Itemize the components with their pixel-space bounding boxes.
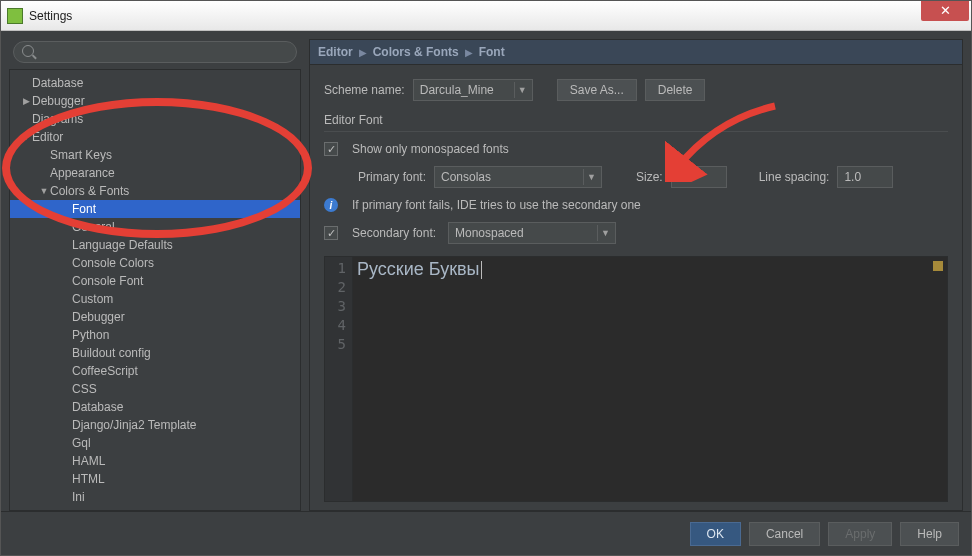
tree-item-label: Debugger bbox=[72, 308, 125, 326]
settings-tree[interactable]: Database▶DebuggerDiagrams▼EditorSmart Ke… bbox=[9, 69, 301, 511]
apply-button: Apply bbox=[828, 522, 892, 546]
font-preview[interactable]: 12345 Русские Буквы bbox=[324, 256, 948, 502]
line-spacing-input[interactable] bbox=[837, 166, 893, 188]
tree-item-label: CSS bbox=[72, 380, 97, 398]
tree-item-label: Custom bbox=[72, 290, 113, 308]
tree-item-label: Ini bbox=[72, 488, 85, 506]
tree-item-label: Colors & Fonts bbox=[50, 182, 129, 200]
tree-item-label: Editor bbox=[32, 128, 63, 146]
tree-item[interactable]: Debugger bbox=[10, 308, 300, 326]
tree-item[interactable]: ▶Debugger bbox=[10, 92, 300, 110]
cancel-button[interactable]: Cancel bbox=[749, 522, 820, 546]
chevron-right-icon: ▶ bbox=[359, 47, 367, 58]
close-button[interactable]: ✕ bbox=[921, 1, 969, 21]
tree-item-label: Python bbox=[72, 326, 109, 344]
tree-item[interactable]: Appearance bbox=[10, 164, 300, 182]
app-icon bbox=[7, 8, 23, 24]
breadcrumb: Editor ▶ Colors & Fonts ▶ Font bbox=[309, 39, 963, 65]
tree-item[interactable]: Django/Jinja2 Template bbox=[10, 416, 300, 434]
ok-button[interactable]: OK bbox=[690, 522, 741, 546]
delete-button[interactable]: Delete bbox=[645, 79, 706, 101]
expand-icon[interactable]: ▼ bbox=[20, 128, 32, 146]
tree-item[interactable]: ▼Editor bbox=[10, 128, 300, 146]
tree-item-label: Debugger bbox=[32, 92, 85, 110]
secondary-font-select[interactable]: Monospaced ▼ bbox=[448, 222, 616, 244]
crumb-font[interactable]: Font bbox=[479, 45, 505, 59]
tree-item[interactable]: Ini bbox=[10, 488, 300, 506]
chevron-down-icon: ▼ bbox=[514, 82, 530, 98]
scheme-name-label: Scheme name: bbox=[324, 83, 405, 97]
secondary-font-label: Secondary font: bbox=[352, 226, 440, 240]
help-button[interactable]: Help bbox=[900, 522, 959, 546]
expand-icon[interactable]: ▶ bbox=[20, 92, 32, 110]
tree-item[interactable]: Custom bbox=[10, 290, 300, 308]
button-bar: OK Cancel Apply Help bbox=[1, 511, 971, 555]
tree-item[interactable]: CSS bbox=[10, 380, 300, 398]
tree-item[interactable]: CoffeeScript bbox=[10, 362, 300, 380]
tree-item[interactable]: Python bbox=[10, 326, 300, 344]
tree-item[interactable]: Buildout config bbox=[10, 344, 300, 362]
primary-font-select[interactable]: Consolas ▼ bbox=[434, 166, 602, 188]
tree-item[interactable]: Smart Keys bbox=[10, 146, 300, 164]
search-icon bbox=[22, 45, 34, 57]
save-as-button[interactable]: Save As... bbox=[557, 79, 637, 101]
tree-item-label: Django/Jinja2 Template bbox=[72, 416, 197, 434]
editor-font-group: Editor Font bbox=[324, 113, 948, 132]
mono-checkbox[interactable]: ✓ bbox=[324, 142, 338, 156]
tree-item-label: Smart Keys bbox=[50, 146, 112, 164]
window-title: Settings bbox=[29, 9, 72, 23]
info-text: If primary font fails, IDE tries to use … bbox=[352, 198, 641, 212]
tree-item-label: Console Font bbox=[72, 272, 143, 290]
tree-item-label: Diagrams bbox=[32, 110, 83, 128]
tree-item-label: Database bbox=[32, 74, 83, 92]
secondary-checkbox[interactable]: ✓ bbox=[324, 226, 338, 240]
tree-item[interactable]: Gql bbox=[10, 434, 300, 452]
chevron-down-icon: ▼ bbox=[583, 169, 599, 185]
line-spacing-label: Line spacing: bbox=[759, 170, 830, 184]
expand-icon[interactable]: ▼ bbox=[38, 182, 50, 200]
tree-item-label: Gql bbox=[72, 434, 91, 452]
tree-item-label: Buildout config bbox=[72, 344, 151, 362]
chevron-down-icon: ▼ bbox=[597, 225, 613, 241]
tree-item[interactable]: ▼Colors & Fonts bbox=[10, 182, 300, 200]
tree-item-label: CoffeeScript bbox=[72, 362, 138, 380]
tree-item-label: Database bbox=[72, 398, 123, 416]
tree-item-label: Font bbox=[72, 200, 96, 218]
tree-item[interactable]: Console Colors bbox=[10, 254, 300, 272]
size-input[interactable] bbox=[671, 166, 727, 188]
crumb-editor[interactable]: Editor bbox=[318, 45, 353, 59]
crumb-colors-fonts[interactable]: Colors & Fonts bbox=[373, 45, 459, 59]
tree-item-label: Appearance bbox=[50, 164, 115, 182]
titlebar: Settings ✕ bbox=[1, 1, 971, 31]
info-icon: i bbox=[324, 198, 338, 212]
gutter: 12345 bbox=[325, 257, 353, 501]
tree-item[interactable]: Font bbox=[10, 200, 300, 218]
close-icon: ✕ bbox=[940, 4, 951, 17]
tree-item[interactable]: General bbox=[10, 218, 300, 236]
caret bbox=[481, 261, 482, 279]
tree-item-label: HTML bbox=[72, 470, 105, 488]
chevron-right-icon: ▶ bbox=[465, 47, 473, 58]
tree-item[interactable]: Language Defaults bbox=[10, 236, 300, 254]
search-input[interactable] bbox=[13, 41, 297, 63]
tree-item[interactable]: Database bbox=[10, 398, 300, 416]
tree-item[interactable]: Database bbox=[10, 74, 300, 92]
tree-item[interactable]: HTML bbox=[10, 470, 300, 488]
tree-item-label: Language Defaults bbox=[72, 236, 173, 254]
tree-item-label: General bbox=[72, 218, 115, 236]
tree-item[interactable]: Diagrams bbox=[10, 110, 300, 128]
marker-icon bbox=[933, 261, 943, 271]
mono-label: Show only monospaced fonts bbox=[352, 142, 509, 156]
tree-item[interactable]: HAML bbox=[10, 452, 300, 470]
size-label: Size: bbox=[636, 170, 663, 184]
tree-item[interactable]: Console Font bbox=[10, 272, 300, 290]
primary-font-label: Primary font: bbox=[324, 170, 426, 184]
tree-item-label: HAML bbox=[72, 452, 105, 470]
scheme-select[interactable]: Darcula_Mine ▼ bbox=[413, 79, 533, 101]
editor-area[interactable]: Русские Буквы bbox=[353, 257, 947, 501]
tree-item-label: Console Colors bbox=[72, 254, 154, 272]
